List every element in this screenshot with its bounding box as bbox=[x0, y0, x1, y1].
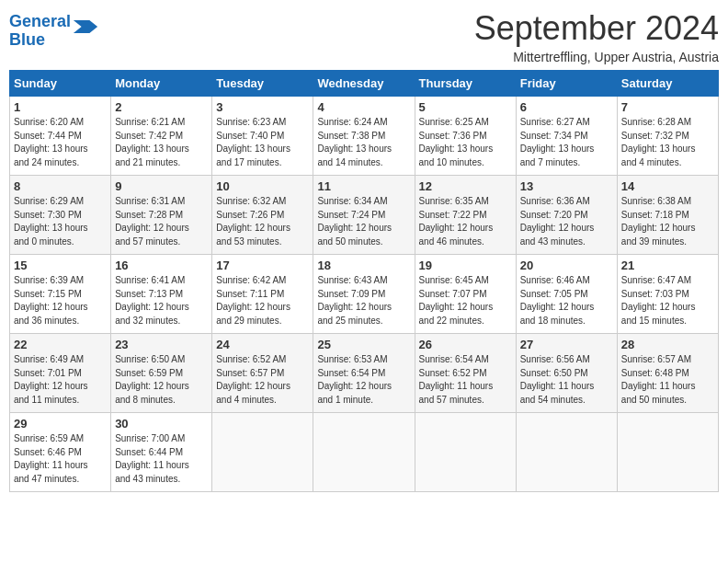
day-info: Sunrise: 6:21 AMSunset: 7:42 PMDaylight:… bbox=[115, 116, 208, 169]
calendar-day-cell: 9Sunrise: 6:31 AMSunset: 7:28 PMDaylight… bbox=[111, 176, 212, 255]
calendar-day-cell bbox=[415, 413, 516, 492]
day-info: Sunrise: 6:50 AMSunset: 6:59 PMDaylight:… bbox=[115, 353, 208, 407]
day-info: Sunrise: 6:23 AMSunset: 7:40 PMDaylight:… bbox=[216, 116, 309, 169]
month-title: September 2024 bbox=[474, 9, 719, 48]
day-number: 6 bbox=[520, 100, 613, 114]
day-info: Sunrise: 6:43 AMSunset: 7:09 PMDaylight:… bbox=[317, 274, 410, 327]
day-info: Sunrise: 6:36 AMSunset: 7:20 PMDaylight:… bbox=[520, 195, 613, 248]
svg-marker-0 bbox=[74, 20, 97, 33]
calendar-day-cell bbox=[313, 413, 415, 492]
calendar-day-cell: 25Sunrise: 6:53 AMSunset: 6:54 PMDayligh… bbox=[313, 334, 415, 413]
day-info: Sunrise: 6:54 AMSunset: 6:52 PMDaylight:… bbox=[419, 353, 512, 407]
calendar-day-cell: 23Sunrise: 6:50 AMSunset: 6:59 PMDayligh… bbox=[111, 334, 212, 413]
day-info: Sunrise: 6:45 AMSunset: 7:07 PMDaylight:… bbox=[419, 274, 512, 327]
calendar-day-cell: 21Sunrise: 6:47 AMSunset: 7:03 PMDayligh… bbox=[617, 255, 718, 334]
day-number: 10 bbox=[216, 179, 309, 193]
day-info: Sunrise: 6:56 AMSunset: 6:50 PMDaylight:… bbox=[520, 353, 613, 407]
calendar-day-cell: 11Sunrise: 6:34 AMSunset: 7:24 PMDayligh… bbox=[313, 176, 415, 255]
day-number: 27 bbox=[520, 338, 613, 351]
day-number: 19 bbox=[419, 259, 512, 272]
calendar-table: SundayMondayTuesdayWednesdayThursdayFrid… bbox=[9, 70, 719, 492]
calendar-day-cell: 20Sunrise: 6:46 AMSunset: 7:05 PMDayligh… bbox=[516, 255, 617, 334]
page-header: GeneralBlue September 2024 Mittertreffli… bbox=[9, 9, 719, 64]
calendar-day-cell: 17Sunrise: 6:42 AMSunset: 7:11 PMDayligh… bbox=[212, 255, 313, 334]
calendar-day-cell: 28Sunrise: 6:57 AMSunset: 6:48 PMDayligh… bbox=[617, 334, 718, 413]
logo: GeneralBlue bbox=[9, 13, 98, 50]
calendar-week-row: 29Sunrise: 6:59 AMSunset: 6:46 PMDayligh… bbox=[10, 413, 719, 492]
day-number: 4 bbox=[317, 100, 410, 114]
calendar-day-cell: 18Sunrise: 6:43 AMSunset: 7:09 PMDayligh… bbox=[313, 255, 415, 334]
day-info: Sunrise: 6:49 AMSunset: 7:01 PMDaylight:… bbox=[14, 353, 107, 407]
calendar-day-cell: 19Sunrise: 6:45 AMSunset: 7:07 PMDayligh… bbox=[415, 255, 516, 334]
calendar-day-cell: 15Sunrise: 6:39 AMSunset: 7:15 PMDayligh… bbox=[10, 255, 111, 334]
calendar-day-cell bbox=[617, 413, 718, 492]
day-number: 18 bbox=[317, 259, 410, 272]
calendar-day-cell: 16Sunrise: 6:41 AMSunset: 7:13 PMDayligh… bbox=[111, 255, 212, 334]
day-info: Sunrise: 6:34 AMSunset: 7:24 PMDaylight:… bbox=[317, 195, 410, 248]
calendar-header-row: SundayMondayTuesdayWednesdayThursdayFrid… bbox=[10, 71, 719, 97]
day-info: Sunrise: 6:59 AMSunset: 6:46 PMDaylight:… bbox=[14, 432, 107, 486]
day-number: 26 bbox=[419, 338, 512, 351]
day-number: 13 bbox=[520, 179, 613, 193]
day-info: Sunrise: 6:20 AMSunset: 7:44 PMDaylight:… bbox=[14, 116, 107, 169]
calendar-day-cell: 3Sunrise: 6:23 AMSunset: 7:40 PMDaylight… bbox=[212, 97, 313, 176]
day-number: 24 bbox=[216, 338, 309, 351]
calendar-day-cell: 5Sunrise: 6:25 AMSunset: 7:36 PMDaylight… bbox=[415, 97, 516, 176]
location-subtitle: Mittertreffling, Upper Austria, Austria bbox=[474, 50, 719, 64]
day-info: Sunrise: 6:29 AMSunset: 7:30 PMDaylight:… bbox=[14, 195, 107, 248]
calendar-day-cell: 6Sunrise: 6:27 AMSunset: 7:34 PMDaylight… bbox=[516, 97, 617, 176]
logo-text: GeneralBlue bbox=[9, 13, 71, 50]
calendar-week-row: 15Sunrise: 6:39 AMSunset: 7:15 PMDayligh… bbox=[10, 255, 719, 334]
calendar-day-cell: 12Sunrise: 6:35 AMSunset: 7:22 PMDayligh… bbox=[415, 176, 516, 255]
calendar-day-cell: 10Sunrise: 6:32 AMSunset: 7:26 PMDayligh… bbox=[212, 176, 313, 255]
day-info: Sunrise: 7:00 AMSunset: 6:44 PMDaylight:… bbox=[115, 432, 208, 486]
day-number: 2 bbox=[115, 100, 208, 114]
day-info: Sunrise: 6:52 AMSunset: 6:57 PMDaylight:… bbox=[216, 353, 309, 407]
day-number: 9 bbox=[115, 179, 208, 193]
calendar-week-row: 1Sunrise: 6:20 AMSunset: 7:44 PMDaylight… bbox=[10, 97, 719, 176]
title-block: September 2024 Mittertreffling, Upper Au… bbox=[474, 9, 719, 64]
day-info: Sunrise: 6:32 AMSunset: 7:26 PMDaylight:… bbox=[216, 195, 309, 248]
day-info: Sunrise: 6:25 AMSunset: 7:36 PMDaylight:… bbox=[419, 116, 512, 169]
day-number: 22 bbox=[14, 338, 107, 351]
calendar-body: 1Sunrise: 6:20 AMSunset: 7:44 PMDaylight… bbox=[10, 97, 719, 492]
day-number: 8 bbox=[14, 179, 107, 193]
weekday-header: Tuesday bbox=[212, 71, 313, 97]
day-info: Sunrise: 6:24 AMSunset: 7:38 PMDaylight:… bbox=[317, 116, 410, 169]
day-number: 28 bbox=[621, 338, 714, 351]
calendar-week-row: 22Sunrise: 6:49 AMSunset: 7:01 PMDayligh… bbox=[10, 334, 719, 413]
weekday-header: Friday bbox=[516, 71, 617, 97]
calendar-day-cell: 7Sunrise: 6:28 AMSunset: 7:32 PMDaylight… bbox=[617, 97, 718, 176]
day-number: 14 bbox=[621, 179, 714, 193]
day-number: 7 bbox=[621, 100, 714, 114]
weekday-header: Wednesday bbox=[313, 71, 415, 97]
day-number: 29 bbox=[14, 417, 107, 431]
day-info: Sunrise: 6:27 AMSunset: 7:34 PMDaylight:… bbox=[520, 116, 613, 169]
day-number: 30 bbox=[115, 417, 208, 431]
calendar-day-cell bbox=[212, 413, 313, 492]
day-number: 20 bbox=[520, 259, 613, 272]
calendar-week-row: 8Sunrise: 6:29 AMSunset: 7:30 PMDaylight… bbox=[10, 176, 719, 255]
day-number: 11 bbox=[317, 179, 410, 193]
day-number: 3 bbox=[216, 100, 309, 114]
day-number: 15 bbox=[14, 259, 107, 272]
weekday-header: Monday bbox=[111, 71, 212, 97]
day-info: Sunrise: 6:53 AMSunset: 6:54 PMDaylight:… bbox=[317, 353, 410, 407]
day-number: 12 bbox=[419, 179, 512, 193]
calendar-day-cell: 13Sunrise: 6:36 AMSunset: 7:20 PMDayligh… bbox=[516, 176, 617, 255]
day-info: Sunrise: 6:38 AMSunset: 7:18 PMDaylight:… bbox=[621, 195, 714, 248]
weekday-header: Saturday bbox=[617, 71, 718, 97]
day-number: 5 bbox=[419, 100, 512, 114]
day-info: Sunrise: 6:31 AMSunset: 7:28 PMDaylight:… bbox=[115, 195, 208, 248]
day-info: Sunrise: 6:35 AMSunset: 7:22 PMDaylight:… bbox=[419, 195, 512, 248]
day-number: 16 bbox=[115, 259, 208, 272]
day-number: 25 bbox=[317, 338, 410, 351]
calendar-day-cell: 30Sunrise: 7:00 AMSunset: 6:44 PMDayligh… bbox=[111, 413, 212, 492]
day-number: 23 bbox=[115, 338, 208, 351]
calendar-day-cell: 4Sunrise: 6:24 AMSunset: 7:38 PMDaylight… bbox=[313, 97, 415, 176]
calendar-day-cell: 24Sunrise: 6:52 AMSunset: 6:57 PMDayligh… bbox=[212, 334, 313, 413]
calendar-day-cell bbox=[516, 413, 617, 492]
calendar-day-cell: 1Sunrise: 6:20 AMSunset: 7:44 PMDaylight… bbox=[10, 97, 111, 176]
weekday-header: Sunday bbox=[10, 71, 111, 97]
calendar-day-cell: 27Sunrise: 6:56 AMSunset: 6:50 PMDayligh… bbox=[516, 334, 617, 413]
